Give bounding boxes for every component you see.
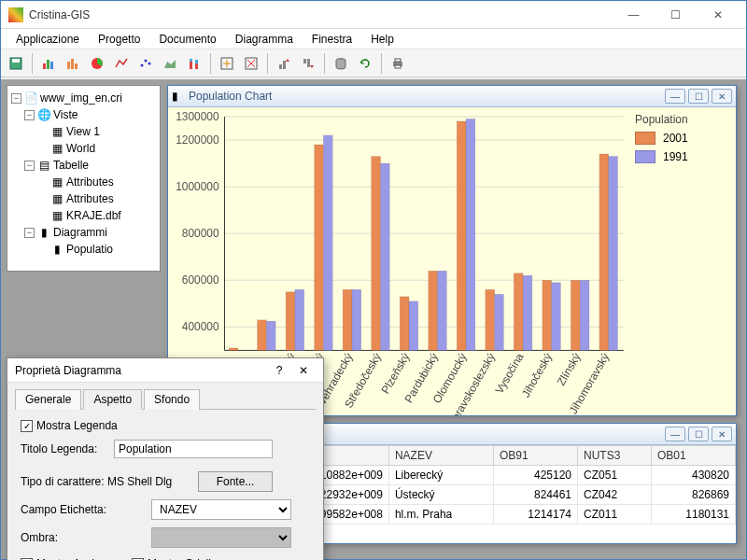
- chart-icon: ▮: [172, 90, 185, 103]
- svg-rect-47: [315, 145, 324, 350]
- svg-rect-56: [438, 271, 447, 350]
- toolbar-save-icon[interactable]: [5, 52, 27, 75]
- menu-finestra[interactable]: Finestra: [303, 31, 361, 48]
- mdi-close-button[interactable]: ✕: [712, 427, 732, 441]
- toolbar-refresh-icon[interactable]: [354, 52, 376, 75]
- project-tree-panel: − 📄 www_img_en.cri − 🌐 Viste ▦View 1 ▦Wo…: [7, 85, 161, 272]
- toolbar: [1, 49, 746, 77]
- toolbar-barchart-icon[interactable]: [37, 52, 60, 75]
- titlebar: Cristina-GIS — ☐ ✕: [1, 1, 746, 29]
- toolbar-areachart-icon[interactable]: [159, 52, 181, 75]
- tab-generale[interactable]: Generale: [15, 389, 81, 410]
- svg-rect-4: [50, 62, 53, 69]
- menu-progetto[interactable]: Progetto: [89, 31, 149, 48]
- toolbar-stackedbar-icon[interactable]: [183, 52, 205, 75]
- svg-text:1200000: 1200000: [176, 133, 219, 147]
- toolbar-edit-icon[interactable]: [216, 52, 238, 75]
- font-button[interactable]: Fonte...: [198, 471, 273, 492]
- mdi-workspace: − 📄 www_img_en.cri − 🌐 Viste ▦View 1 ▦Wo…: [1, 79, 746, 559]
- menu-documento[interactable]: Documento: [149, 31, 225, 48]
- mdi-minimize-button[interactable]: —: [665, 427, 685, 441]
- legend-title: Population: [635, 113, 728, 126]
- svg-rect-53: [400, 297, 409, 351]
- toolbar-barchart2-icon[interactable]: [62, 52, 84, 75]
- show-legend-checkbox[interactable]: ✓Mostra Legenda: [21, 419, 118, 432]
- svg-point-9: [141, 63, 144, 66]
- collapse-icon[interactable]: −: [24, 161, 35, 171]
- dialog-titlebar[interactable]: Proprietà Diagramma ? ✕: [7, 358, 323, 383]
- svg-rect-25: [395, 59, 401, 62]
- svg-rect-21: [303, 59, 306, 63]
- chart-window-titlebar[interactable]: ▮ Population Chart — ☐ ✕: [168, 86, 736, 107]
- tree-item-populatio[interactable]: ▮Populatio: [50, 241, 156, 258]
- tree-group-diagrammi[interactable]: − ▮ Diagrammi: [24, 224, 156, 241]
- minimize-button[interactable]: —: [613, 2, 655, 28]
- tree-item-kraje[interactable]: ▦KRAJE.dbf: [50, 207, 156, 224]
- svg-rect-6: [71, 59, 74, 69]
- menu-help[interactable]: Help: [361, 31, 403, 48]
- maximize-button[interactable]: ☐: [655, 2, 697, 28]
- svg-rect-44: [266, 321, 275, 350]
- close-button[interactable]: ✕: [697, 2, 739, 28]
- toolbar-series-down-icon[interactable]: [297, 52, 319, 75]
- legend-title-input[interactable]: [114, 440, 273, 458]
- svg-rect-52: [380, 163, 389, 350]
- collapse-icon[interactable]: −: [24, 110, 35, 120]
- tree-group-tabelle[interactable]: − ▤ Tabelle: [24, 157, 156, 174]
- tree-item-attributes2[interactable]: ▦Attributes: [50, 190, 156, 207]
- menubar: Applicazione Progetto Documento Diagramm…: [1, 29, 746, 49]
- dialog-help-button[interactable]: ?: [267, 360, 291, 381]
- svg-rect-60: [495, 294, 504, 350]
- toolbar-database-icon[interactable]: [330, 52, 352, 75]
- mdi-minimize-button[interactable]: —: [665, 89, 685, 104]
- table-icon: ▦: [50, 192, 63, 205]
- col-header[interactable]: NAZEV: [388, 446, 493, 466]
- toolbar-series-up-icon[interactable]: [273, 52, 295, 75]
- svg-rect-5: [67, 62, 70, 69]
- collapse-icon[interactable]: −: [24, 228, 35, 238]
- svg-rect-63: [543, 280, 552, 350]
- dialog-body: ✓Mostra Legenda Titolo Legenda: Tipo di …: [7, 410, 323, 560]
- toolbar-delete-icon[interactable]: [240, 52, 262, 75]
- svg-rect-14: [190, 59, 192, 62]
- svg-rect-67: [599, 154, 609, 350]
- tree-item-view1[interactable]: ▦View 1: [50, 123, 156, 140]
- svg-rect-66: [580, 280, 589, 350]
- shadow-select[interactable]: [151, 527, 291, 548]
- table-group-icon: ▤: [37, 159, 50, 172]
- svg-text:1300000: 1300000: [176, 110, 219, 123]
- menu-diagramma[interactable]: Diagramma: [226, 31, 303, 48]
- tree-item-attributes1[interactable]: ▦Attributes: [50, 174, 156, 190]
- mdi-maximize-button[interactable]: ☐: [688, 427, 709, 441]
- project-icon: 📄: [24, 91, 37, 105]
- svg-rect-19: [279, 64, 282, 69]
- view-icon: ▦: [50, 142, 63, 155]
- svg-rect-59: [486, 289, 495, 350]
- collapse-icon[interactable]: −: [11, 93, 21, 104]
- toolbar-piechart-icon[interactable]: [86, 52, 108, 75]
- mdi-maximize-button[interactable]: ☐: [688, 89, 709, 104]
- col-header[interactable]: OB91: [494, 446, 578, 466]
- svg-rect-3: [47, 60, 49, 69]
- svg-rect-62: [523, 275, 532, 350]
- tree-item-world[interactable]: ▦World: [50, 140, 156, 157]
- tree-root[interactable]: − 📄 www_img_en.cri: [11, 90, 156, 106]
- svg-marker-12: [164, 60, 176, 68]
- toolbar-linechart-icon[interactable]: [110, 52, 133, 75]
- col-header[interactable]: NUTS3: [578, 446, 652, 466]
- svg-rect-15: [195, 63, 198, 69]
- toolbar-scatter-icon[interactable]: [134, 52, 157, 75]
- label-field-select[interactable]: NAZEV: [151, 499, 291, 520]
- mdi-close-button[interactable]: ✕: [712, 89, 732, 104]
- table-icon: ▦: [50, 175, 63, 189]
- toolbar-print-icon[interactable]: [387, 52, 409, 75]
- tab-aspetto[interactable]: Aspetto: [83, 389, 142, 410]
- tree-group-viste[interactable]: − 🌐 Viste: [24, 106, 156, 123]
- chart-properties-dialog: Proprietà Diagramma ? ✕ Generale Aspetto…: [7, 357, 324, 560]
- col-header[interactable]: OB01: [651, 446, 735, 466]
- svg-rect-54: [409, 301, 418, 351]
- dialog-close-button[interactable]: ✕: [291, 360, 316, 381]
- menu-applicazione[interactable]: Applicazione: [7, 31, 89, 48]
- svg-rect-41: [229, 348, 238, 351]
- tab-sfondo[interactable]: Sfondo: [144, 389, 200, 410]
